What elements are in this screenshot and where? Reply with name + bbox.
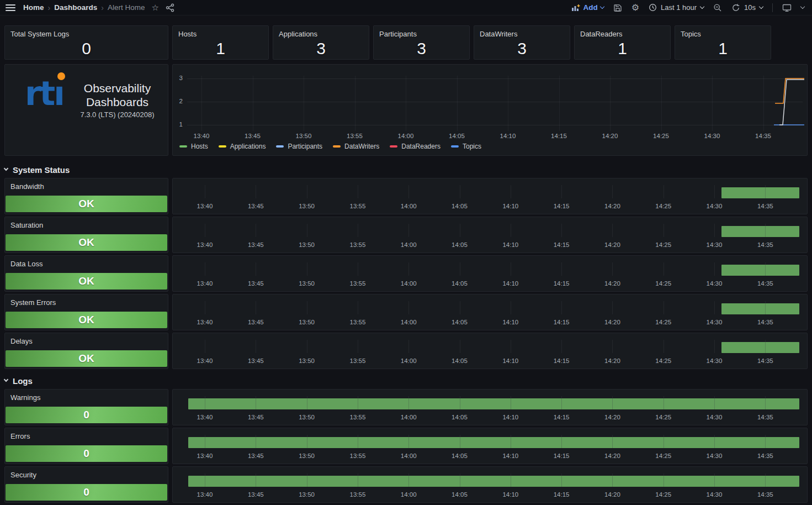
panel-title[interactable]: Warnings [10,393,40,402]
entity-count-timeseries-panel[interactable]: HostsApplicationsParticipantsDataWriters… [172,64,808,156]
state-timeline-chart[interactable]: 13:4013:4513:5013:5514:0014:0514:1014:15… [172,333,808,369]
refresh-controls: 10s [731,3,763,12]
refresh-interval-label[interactable]: 10s [744,3,756,12]
state-timeline-chart[interactable]: 13:4013:4513:5013:5514:0014:0514:1014:15… [172,178,808,214]
time-tick-label: 14:10 [502,414,518,420]
time-tick-label: 14:15 [554,414,570,420]
time-tick-label: 13:40 [197,414,213,420]
panel-title[interactable]: System Errors [10,298,56,307]
grid-line [304,76,304,131]
add-panel-button[interactable]: Add [571,3,603,12]
time-tick-label: 14:00 [401,319,417,325]
breadcrumb-home[interactable]: Home [23,3,44,12]
time-tick-label: 14:35 [757,280,773,287]
time-tick-label: 14:30 [707,453,723,459]
legend-item[interactable]: Applications [219,143,266,150]
time-tick-label: 14:00 [401,453,417,459]
panel-title[interactable]: DataReaders [580,30,623,38]
refresh-icon[interactable] [731,3,740,12]
panel-title[interactable]: Total System Logs [10,30,69,38]
time-tick-label: 13:40 [197,280,213,287]
panel-title[interactable]: Applications [279,30,317,38]
grid-line [408,224,409,237]
legend-item[interactable]: DataWriters [333,143,379,150]
breadcrumb-dashboards[interactable]: Dashboards [54,3,97,12]
panel-title[interactable]: Bandwidth [10,182,44,191]
panel-title[interactable]: Hosts [178,30,197,38]
grid-line [406,76,406,131]
legend-item[interactable]: Hosts [179,143,208,150]
time-tick-label: 13:55 [347,133,363,139]
state-segment-divider [307,398,307,409]
panel-title[interactable]: DataWriters [480,30,517,38]
panel-title[interactable]: Errors [10,432,30,440]
dashboard-row: BandwidthOK13:4013:4513:5013:5514:0014:0… [4,178,808,214]
time-tick-label: 14:30 [707,491,723,498]
tv-mode-icon[interactable] [782,3,792,12]
stat-value: 1 [675,39,771,58]
panel-title[interactable]: Participants [379,30,417,38]
state-segment-divider [664,398,664,409]
time-tick-label: 14:05 [452,414,468,420]
state-timeline-chart[interactable]: 13:4013:4513:5013:5514:0014:0514:1014:15… [172,428,808,464]
share-icon[interactable] [166,3,174,12]
legend-item[interactable]: Participants [276,143,322,150]
section-header[interactable]: Logs [4,376,808,386]
menu-icon[interactable] [6,4,15,11]
time-tick-label: 13:55 [350,491,366,498]
state-timeline-chart[interactable]: 13:4013:4513:5013:5514:0014:0514:1014:15… [172,255,808,292]
panel-title[interactable]: Data Loss [10,260,43,268]
toolbar-divider [772,3,773,12]
time-range-picker[interactable]: Last 1 hour [649,3,704,12]
favorite-star-icon[interactable]: ☆ [151,3,158,13]
state-segment-divider [256,437,256,448]
time-tick-label: 14:30 [707,280,723,287]
panel-title[interactable]: Saturation [10,221,43,229]
grid-line [664,185,664,198]
dashboard-row: Errors013:4013:4513:5013:5514:0014:0514:… [4,428,808,464]
state-timeline-chart[interactable]: 13:4013:4513:5013:5514:0014:0514:1014:15… [172,294,808,330]
dashboard-settings-icon[interactable]: ⚙ [631,3,639,12]
chevron-down-icon[interactable] [800,4,805,8]
grid-line [307,185,307,198]
time-tick-label: 14:30 [704,133,720,139]
state-segment-divider [765,303,766,314]
legend-item[interactable]: Topics [451,143,481,150]
dashboard-row: DelaysOK13:4013:4513:5013:5514:0014:0514… [4,333,808,369]
legend-item[interactable]: DataReaders [390,143,441,150]
time-tick-label: 13:45 [248,280,264,287]
panel-title[interactable]: Delays [10,337,33,345]
state-timeline-bar [721,226,799,237]
panel-title[interactable]: Topics [681,30,701,38]
chevron-down-icon [599,4,604,8]
time-tick-label: 13:50 [296,133,312,139]
grid-line [612,262,613,276]
section-header[interactable]: System Status [4,165,808,175]
state-timeline-chart[interactable]: 13:4013:4513:5013:5514:0014:0514:1014:15… [172,217,808,253]
time-tick-label: 13:45 [248,357,264,364]
time-tick-label: 14:00 [401,491,417,498]
grid-line [358,301,358,314]
grid-line [457,76,458,131]
grid-line [511,262,511,276]
state-segment-divider [664,476,664,487]
grid-line [661,76,662,131]
state-segment-divider [408,476,409,487]
state-timeline-bar [721,342,799,353]
grid-line [612,224,613,237]
grid-line [712,76,713,131]
save-dashboard-icon[interactable] [613,3,622,12]
time-tick-label: 14:00 [401,280,417,287]
status-badge: 0 [6,445,167,462]
state-segment-divider [612,476,613,487]
stat-value: 3 [474,39,570,58]
state-segment-divider [765,476,766,487]
state-segment-divider [408,398,409,409]
state-timeline-bar [188,476,799,487]
status-panel: BandwidthOK [4,178,168,214]
y-axis-tick-label: 1 [174,121,183,128]
panel-title[interactable]: Security [10,471,36,479]
state-timeline-chart[interactable]: 13:4013:4513:5013:5514:0014:0514:1014:15… [172,466,808,503]
state-timeline-chart[interactable]: 13:4013:4513:5013:5514:0014:0514:1014:15… [172,389,808,425]
zoom-out-icon[interactable] [713,3,722,12]
